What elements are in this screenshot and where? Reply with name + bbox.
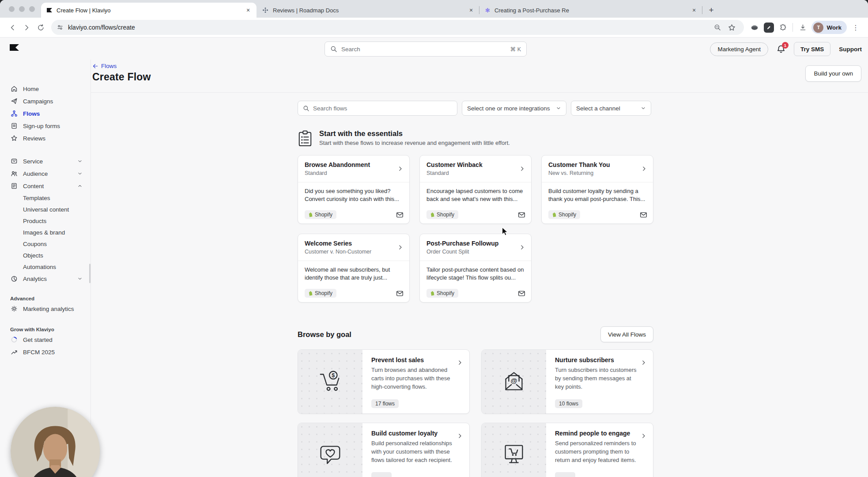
dots-favicon bbox=[262, 7, 268, 13]
window-close-button[interactable] bbox=[9, 6, 15, 12]
goals-grid: $ Prevent lost sales Turn browses and ab… bbox=[298, 349, 653, 477]
url-text[interactable]: klaviyo.com/flows/create bbox=[68, 24, 710, 31]
sidebar-item-content[interactable]: Content bbox=[0, 180, 91, 192]
sidebar-item-analytics[interactable]: Analytics bbox=[0, 273, 91, 285]
tab-close-icon[interactable]: × bbox=[467, 6, 475, 14]
sidebar-item-audience[interactable]: Audience bbox=[0, 167, 91, 180]
main-content: Flows Create Flow Build your own Select … bbox=[91, 60, 868, 477]
heart-bubble-icon bbox=[317, 441, 344, 469]
notification-badge: 1 bbox=[782, 42, 789, 49]
site-info-icon[interactable] bbox=[57, 24, 64, 31]
clipboard-icon bbox=[298, 130, 313, 148]
marketing-agent-button[interactable]: Marketing Agent bbox=[710, 42, 768, 56]
email-icon bbox=[518, 290, 525, 297]
svg-text:$: $ bbox=[332, 372, 335, 379]
extension-editor-icon[interactable] bbox=[762, 20, 776, 34]
chevron-right-icon bbox=[519, 244, 525, 250]
zoom-indicator-icon[interactable] bbox=[710, 20, 725, 34]
view-all-flows-button[interactable]: View All Flows bbox=[600, 326, 653, 342]
chevron-up-icon bbox=[77, 183, 83, 189]
support-link[interactable]: Support bbox=[839, 46, 862, 53]
flow-search[interactable] bbox=[298, 101, 457, 116]
forward-icon[interactable] bbox=[19, 20, 34, 34]
window-zoom-button[interactable] bbox=[29, 6, 35, 12]
sidebar-item-flows[interactable]: Flows bbox=[0, 107, 91, 120]
sidebar-item-coupons[interactable]: Coupons bbox=[0, 238, 91, 250]
window-minimize-button[interactable] bbox=[19, 6, 25, 12]
shopify-icon bbox=[307, 212, 313, 217]
essentials-subtitle: Start with these flows to increase reven… bbox=[319, 140, 510, 146]
goal-card-nurture-subscribers[interactable]: @ Nurture subscribers Turn subscribers i… bbox=[481, 349, 653, 414]
sidebar-item-signup-forms[interactable]: Sign-up forms bbox=[0, 120, 91, 132]
mouse-cursor bbox=[501, 227, 509, 236]
reload-icon[interactable] bbox=[34, 20, 48, 34]
sidebar-item-home[interactable]: Home bbox=[0, 83, 91, 95]
pie-chart-icon bbox=[10, 275, 18, 282]
goal-card-prevent-lost-sales[interactable]: $ Prevent lost sales Turn browses and ab… bbox=[298, 349, 470, 414]
sidebar-scrollbar[interactable] bbox=[89, 264, 91, 283]
flow-card-welcome-series[interactable]: Welcome SeriesCustomer v. Non-Customer W… bbox=[298, 234, 410, 303]
extension-cookie-icon[interactable] bbox=[747, 20, 762, 34]
chevron-right-icon bbox=[641, 166, 647, 172]
new-tab-button[interactable]: + bbox=[705, 4, 717, 16]
sidebar-item-templates[interactable]: Templates bbox=[0, 192, 91, 204]
search-input[interactable] bbox=[341, 46, 510, 53]
sidebar-item-bfcm[interactable]: BFCM 2025 bbox=[0, 346, 91, 358]
flow-card-browse-abandonment[interactable]: Browse AbandonmentStandard Did you see s… bbox=[298, 155, 410, 224]
address-bar[interactable]: klaviyo.com/flows/create bbox=[51, 20, 744, 35]
search-icon bbox=[303, 105, 309, 112]
goal-card-remind-people-to-engage[interactable]: Remind people to engage Send personalize… bbox=[481, 423, 653, 477]
tab-close-icon[interactable]: × bbox=[690, 6, 698, 14]
sidebar-item-campaigns[interactable]: Campaigns bbox=[0, 95, 91, 107]
sidebar-item-marketing-analytics[interactable]: Marketing analytics bbox=[0, 303, 91, 315]
tab-post-purchase[interactable]: ✻ Creating a Post-Purchase Re × bbox=[479, 3, 702, 18]
extensions-puzzle-icon[interactable] bbox=[776, 20, 790, 34]
download-icon[interactable] bbox=[796, 20, 810, 34]
filter-bar: Select one or more integrations Select a… bbox=[298, 101, 653, 116]
window-controls[interactable] bbox=[4, 0, 41, 18]
essentials-title: Start with the essentials bbox=[319, 129, 510, 138]
notifications-button[interactable]: 1 bbox=[777, 45, 785, 53]
chevron-down-icon bbox=[77, 171, 83, 176]
goal-card-build-customer-loyalty[interactable]: Build customer loyalty Build personalize… bbox=[298, 423, 470, 477]
sidebar-item-images-brand[interactable]: Images & brand bbox=[0, 227, 91, 238]
bookmark-star-icon[interactable] bbox=[725, 20, 739, 34]
sidebar-item-automations[interactable]: Automations bbox=[0, 261, 91, 273]
essentials-header: Start with the essentials Start with the… bbox=[298, 129, 653, 148]
sidebar-heading-grow: Grow with Klaviyo bbox=[0, 326, 91, 333]
sidebar-item-service[interactable]: Service bbox=[0, 155, 91, 167]
integrations-dropdown[interactable]: Select one or more integrations bbox=[462, 101, 566, 116]
build-your-own-button[interactable]: Build your own bbox=[805, 65, 861, 82]
klaviyo-logo[interactable] bbox=[10, 44, 19, 51]
shopify-badge: Shopify bbox=[548, 210, 580, 219]
star-icon bbox=[10, 135, 18, 142]
try-sms-button[interactable]: Try SMS bbox=[794, 42, 830, 56]
search-icon bbox=[330, 45, 337, 53]
back-icon[interactable] bbox=[5, 20, 19, 34]
flow-card-customer-winback[interactable]: Customer WinbackStandard Encourage lapse… bbox=[419, 155, 532, 224]
browser-menu-icon[interactable]: ⋮ bbox=[849, 20, 863, 34]
tab-close-icon[interactable]: × bbox=[244, 6, 252, 14]
tab-roadmap-docs[interactable]: Reviews | Roadmap Docs × bbox=[257, 3, 479, 18]
goal-icon-panel: $ bbox=[298, 350, 362, 413]
browser-toolbar: klaviyo.com/flows/create T Work ⋮ bbox=[0, 18, 868, 38]
sidebar-item-products[interactable]: Products bbox=[0, 215, 91, 227]
global-search[interactable]: ⌘ K bbox=[325, 42, 527, 57]
flow-card-post-purchase-followup[interactable]: Post-Purchase FollowupOrder Count Split … bbox=[419, 234, 532, 303]
shopify-icon bbox=[429, 212, 434, 217]
flow-search-input[interactable] bbox=[313, 105, 452, 112]
sidebar-item-objects[interactable]: Objects bbox=[0, 250, 91, 261]
chevron-right-icon bbox=[457, 360, 463, 366]
back-to-flows-link[interactable]: Flows bbox=[92, 63, 117, 69]
email-icon bbox=[396, 211, 404, 219]
chevron-down-icon bbox=[641, 106, 646, 111]
page-header: Flows Create Flow Build your own bbox=[91, 60, 868, 93]
flow-card-customer-thank-you[interactable]: Customer Thank YouNew vs. Returning Buil… bbox=[541, 155, 653, 224]
sidebar-item-universal-content[interactable]: Universal content bbox=[0, 204, 91, 215]
tab-create-flow[interactable]: Create Flow | Klaviyo × bbox=[41, 3, 257, 18]
sidebar-item-get-started[interactable]: Get started bbox=[0, 333, 91, 346]
channel-dropdown[interactable]: Select a channel bbox=[571, 101, 651, 116]
browser-profile-chip[interactable]: T Work bbox=[811, 21, 847, 34]
sidebar-item-reviews[interactable]: Reviews bbox=[0, 132, 91, 144]
flower-favicon: ✻ bbox=[485, 8, 490, 13]
